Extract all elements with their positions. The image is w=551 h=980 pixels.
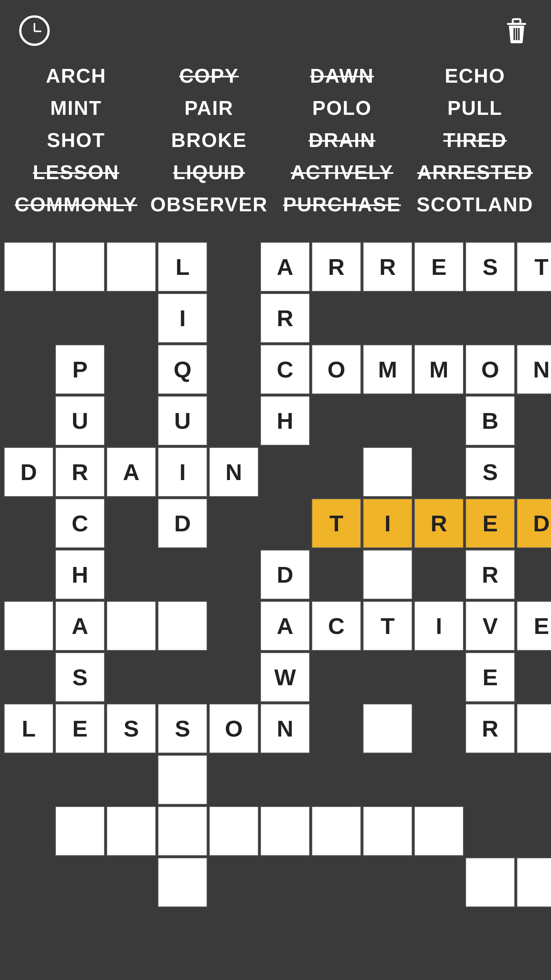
- grid-cell[interactable]: S: [158, 704, 207, 753]
- grid-cell[interactable]: M: [414, 345, 464, 394]
- grid-cell[interactable]: R: [260, 293, 310, 343]
- grid-cell[interactable]: [158, 755, 207, 805]
- word-item: ACTIVELY: [277, 158, 407, 187]
- grid-cell[interactable]: R: [311, 242, 361, 292]
- grid-cell[interactable]: [311, 806, 361, 856]
- crossword-area: LARRESTEDIRPQCOMMONLYUUHBDRAINSCCDTIREDO…: [0, 234, 551, 924]
- grid-cell[interactable]: P: [55, 345, 105, 394]
- word-item: ARRESTED: [411, 158, 540, 187]
- grid-cell[interactable]: O: [311, 345, 361, 394]
- grid-cell[interactable]: E: [465, 652, 515, 702]
- grid-cell[interactable]: N: [517, 345, 551, 394]
- grid-cell[interactable]: D: [517, 498, 551, 548]
- grid-cell[interactable]: [363, 447, 412, 497]
- grid-cell[interactable]: [517, 704, 551, 753]
- grid-cell[interactable]: O: [209, 704, 259, 753]
- word-item: POLO: [277, 93, 407, 122]
- grid-cell[interactable]: H: [260, 396, 310, 446]
- grid-cell[interactable]: M: [363, 345, 412, 394]
- grid-cell[interactable]: A: [106, 447, 156, 497]
- word-item: LIQUID: [145, 158, 274, 187]
- grid-cell[interactable]: [4, 242, 54, 292]
- grid-cell[interactable]: R: [414, 498, 464, 548]
- grid-cell[interactable]: [363, 550, 412, 599]
- header: [0, 0, 551, 54]
- grid-cell[interactable]: U: [55, 396, 105, 446]
- word-item: ARCH: [11, 61, 141, 90]
- grid-cell[interactable]: [106, 601, 156, 651]
- grid-cell[interactable]: T: [363, 601, 412, 651]
- word-item: ECHO: [411, 61, 540, 90]
- grid-cell[interactable]: S: [106, 704, 156, 753]
- grid-cell[interactable]: N: [209, 447, 259, 497]
- grid-cell[interactable]: R: [465, 704, 515, 753]
- grid-cell[interactable]: U: [158, 396, 207, 446]
- grid-cell[interactable]: S: [465, 242, 515, 292]
- word-item: TIRED: [411, 126, 540, 155]
- word-list: ARCHCOPYDAWNECHOMINTPAIRPOLOPULLSHOTBROK…: [0, 54, 551, 234]
- grid-cell[interactable]: N: [260, 704, 310, 753]
- grid-cell[interactable]: [158, 601, 207, 651]
- grid-cell[interactable]: [260, 806, 310, 856]
- word-item: MINT: [11, 93, 141, 122]
- grid-cell[interactable]: H: [55, 550, 105, 599]
- grid-cell[interactable]: I: [158, 293, 207, 343]
- grid-cell[interactable]: R: [55, 447, 105, 497]
- grid-cell[interactable]: E: [414, 242, 464, 292]
- grid-cell[interactable]: E: [55, 704, 105, 753]
- grid-cell[interactable]: E: [465, 498, 515, 548]
- grid-cell[interactable]: L: [4, 704, 54, 753]
- grid-cell[interactable]: C: [55, 498, 105, 548]
- grid-cell[interactable]: [158, 806, 207, 856]
- word-item: SCOTLAND: [411, 190, 540, 219]
- grid-cell[interactable]: I: [363, 498, 412, 548]
- grid-cell[interactable]: D: [260, 550, 310, 599]
- grid-cell[interactable]: [414, 806, 464, 856]
- trash-icon: [503, 17, 530, 44]
- word-item: BROKE: [145, 126, 274, 155]
- svg-rect-1: [513, 19, 520, 24]
- grid-cell[interactable]: B: [465, 396, 515, 446]
- word-item: PULL: [411, 93, 540, 122]
- grid-cell[interactable]: A: [260, 601, 310, 651]
- word-item: LESSON: [11, 158, 141, 187]
- grid-cell[interactable]: [55, 242, 105, 292]
- grid-cell[interactable]: [106, 806, 156, 856]
- grid-cell[interactable]: [106, 242, 156, 292]
- grid-cell[interactable]: S: [55, 652, 105, 702]
- grid-cell[interactable]: [4, 601, 54, 651]
- grid-cell[interactable]: C: [311, 601, 361, 651]
- grid-cell[interactable]: T: [311, 498, 361, 548]
- grid-cell[interactable]: S: [465, 447, 515, 497]
- grid-cell[interactable]: I: [414, 601, 464, 651]
- grid-cell[interactable]: E: [517, 601, 551, 651]
- grid-cell[interactable]: Q: [158, 345, 207, 394]
- grid-cell[interactable]: V: [465, 601, 515, 651]
- grid-cell[interactable]: [363, 704, 412, 753]
- grid-container: LARRESTEDIRPQCOMMONLYUUHBDRAINSCCDTIREDO…: [4, 242, 547, 916]
- grid-cell[interactable]: L: [158, 242, 207, 292]
- grid-cell[interactable]: [158, 858, 207, 907]
- word-item: DAWN: [277, 61, 407, 90]
- grid-cell[interactable]: I: [158, 447, 207, 497]
- grid-cell[interactable]: R: [465, 550, 515, 599]
- grid-cell[interactable]: R: [363, 242, 412, 292]
- grid-cell[interactable]: D: [4, 447, 54, 497]
- grid-cell[interactable]: [209, 806, 259, 856]
- grid-cell[interactable]: D: [158, 498, 207, 548]
- grid-cell[interactable]: [517, 858, 551, 907]
- grid-cell[interactable]: W: [260, 652, 310, 702]
- grid-cell[interactable]: A: [260, 242, 310, 292]
- word-item: OBSERVER: [145, 190, 274, 219]
- timer-area: [19, 15, 57, 46]
- grid-cell[interactable]: A: [55, 601, 105, 651]
- trash-button[interactable]: [501, 15, 532, 46]
- grid-cell[interactable]: [55, 806, 105, 856]
- word-item: COPY: [145, 61, 274, 90]
- grid-cell[interactable]: O: [465, 345, 515, 394]
- word-item: PAIR: [145, 93, 274, 122]
- grid-cell[interactable]: [465, 858, 515, 907]
- grid-cell[interactable]: T: [517, 242, 551, 292]
- grid-cell[interactable]: C: [260, 345, 310, 394]
- grid-cell[interactable]: [363, 806, 412, 856]
